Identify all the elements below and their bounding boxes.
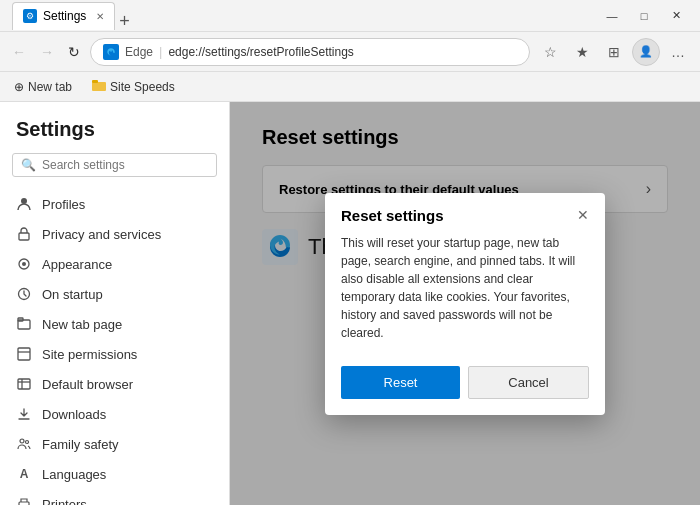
address-url: edge://settings/resetProfileSettings: [168, 45, 353, 59]
reset-settings-dialog: Reset settings ✕ This will reset your st…: [325, 193, 605, 415]
sidebar: Settings 🔍 Profiles Privacy and services…: [0, 102, 230, 505]
svg-rect-9: [18, 348, 30, 360]
window-controls: — □ ✕: [596, 5, 692, 27]
newtab-icon: [16, 316, 32, 332]
address-separator: |: [159, 44, 162, 59]
maximize-button[interactable]: □: [628, 5, 660, 27]
tab-favicon: ⚙: [23, 9, 37, 23]
dialog-header: Reset settings ✕: [325, 193, 605, 234]
startup-icon: [16, 286, 32, 302]
sidebar-item-appearance[interactable]: Appearance: [0, 249, 229, 279]
address-input-wrap[interactable]: Edge | edge://settings/resetProfileSetti…: [90, 38, 530, 66]
favorites-bar-icon[interactable]: ★: [568, 38, 596, 66]
svg-point-16: [26, 441, 29, 444]
privacy-icon: [16, 226, 32, 242]
sidebar-title: Settings: [0, 118, 229, 153]
edge-favicon: [103, 44, 119, 60]
sidebar-item-sitepermissions[interactable]: Site permissions: [0, 339, 229, 369]
svg-point-15: [20, 439, 24, 443]
new-tab-icon: ⊕: [14, 80, 24, 94]
sidebar-item-familysafety[interactable]: Family safety: [0, 429, 229, 459]
svg-rect-1: [92, 80, 98, 83]
bookmark-new-tab[interactable]: ⊕ New tab: [8, 78, 78, 96]
minimize-button[interactable]: —: [596, 5, 628, 27]
sitepermissions-icon: [16, 346, 32, 362]
forward-button[interactable]: →: [36, 40, 58, 64]
dialog-close-button[interactable]: ✕: [577, 207, 589, 223]
downloads-icon: [16, 406, 32, 422]
close-button[interactable]: ✕: [660, 5, 692, 27]
sidebar-item-profiles[interactable]: Profiles: [0, 189, 229, 219]
dialog-title: Reset settings: [341, 207, 444, 224]
settings-tab[interactable]: ⚙ Settings ✕: [12, 2, 115, 30]
collections-icon[interactable]: ⊞: [600, 38, 628, 66]
svg-point-2: [21, 198, 27, 204]
toolbar-icons: ☆ ★ ⊞ 👤 …: [536, 38, 692, 66]
search-box[interactable]: 🔍: [12, 153, 217, 177]
sidebar-item-privacy[interactable]: Privacy and services: [0, 219, 229, 249]
site-speeds-label: Site Speeds: [110, 80, 175, 94]
svg-point-5: [22, 262, 26, 266]
profiles-icon: [16, 196, 32, 212]
dialog-overlay: Reset settings ✕ This will reset your st…: [230, 102, 700, 505]
refresh-button[interactable]: ↻: [64, 40, 84, 64]
svg-rect-11: [18, 379, 30, 389]
languages-icon: A: [16, 466, 32, 482]
familysafety-icon: [16, 436, 32, 452]
reset-button[interactable]: Reset: [341, 366, 460, 399]
tab-label: Settings: [43, 9, 86, 23]
tab-group: ⚙ Settings ✕ +: [12, 2, 130, 30]
svg-rect-3: [19, 233, 29, 240]
sidebar-item-languages[interactable]: A Languages: [0, 459, 229, 489]
dialog-actions: Reset Cancel: [325, 358, 605, 415]
search-icon: 🔍: [21, 158, 36, 172]
bookmarks-bar: ⊕ New tab Site Speeds: [0, 72, 700, 102]
content-area: Reset settings Restore settings to their…: [230, 102, 700, 505]
sidebar-item-defaultbrowser[interactable]: Default browser: [0, 369, 229, 399]
new-tab-button[interactable]: +: [119, 12, 130, 30]
tab-close-icon[interactable]: ✕: [96, 11, 104, 22]
back-button[interactable]: ←: [8, 40, 30, 64]
sidebar-item-newtab[interactable]: New tab page: [0, 309, 229, 339]
address-bar: ← → ↻ Edge | edge://settings/resetProfil…: [0, 32, 700, 72]
sidebar-item-startup[interactable]: On startup: [0, 279, 229, 309]
search-input[interactable]: [42, 158, 208, 172]
printers-icon: [16, 496, 32, 505]
sidebar-item-downloads[interactable]: Downloads: [0, 399, 229, 429]
sidebar-item-printers[interactable]: Printers: [0, 489, 229, 505]
cancel-button[interactable]: Cancel: [468, 366, 589, 399]
svg-rect-0: [92, 82, 106, 91]
folder-icon: [92, 79, 106, 94]
title-bar: ⚙ Settings ✕ + — □ ✕: [0, 0, 700, 32]
favorites-icon[interactable]: ☆: [536, 38, 564, 66]
new-tab-label: New tab: [28, 80, 72, 94]
bookmark-site-speeds[interactable]: Site Speeds: [86, 77, 181, 96]
profile-avatar[interactable]: 👤: [632, 38, 660, 66]
address-edge-label: Edge: [125, 45, 153, 59]
main-area: Settings 🔍 Profiles Privacy and services…: [0, 102, 700, 505]
appearance-icon: [16, 256, 32, 272]
search-box-wrap: 🔍: [0, 153, 229, 189]
defaultbrowser-icon: [16, 376, 32, 392]
dialog-body: This will reset your startup page, new t…: [325, 234, 605, 358]
settings-more-icon[interactable]: …: [664, 38, 692, 66]
